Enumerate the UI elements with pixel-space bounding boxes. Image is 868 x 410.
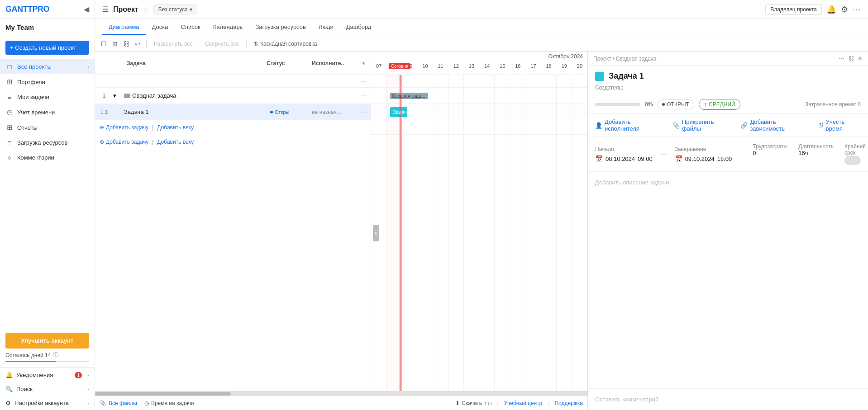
sidebar-item-time-tracking[interactable]: ◷ Учет времени — [0, 104, 95, 120]
add-task-row[interactable]: ⊕ Добавить задачу | Добавить веху — [95, 120, 371, 135]
task-name: Задача 1 — [122, 108, 262, 115]
start-time-value: 09:00 — [638, 156, 653, 162]
labor-value: 0 — [753, 150, 787, 156]
dots-icon[interactable]: ⋯ — [361, 78, 366, 85]
tab-people[interactable]: Люди — [312, 20, 340, 35]
days-left-text: Осталось дней 14 — [5, 352, 51, 358]
table-row[interactable]: 1.1 Задача 1 Откры — [95, 104, 371, 120]
add-dependency-button[interactable]: 🔗 Добавить зависимость — [740, 118, 808, 132]
separator: | — [497, 400, 498, 406]
end-date-field[interactable]: 📅 09.10.2024 18:00 — [675, 155, 732, 162]
tab-resource-load[interactable]: Загрузка ресурсов — [249, 20, 312, 35]
add-assignee-button[interactable]: 👤 Добавить исполнителя — [595, 118, 663, 132]
end-time-value: 18:00 — [717, 156, 732, 162]
deadline-toggle[interactable] — [844, 156, 861, 165]
gantt-bar-summary[interactable]: Сводная задача • 08.10.2024 – 09.10.2024 — [390, 93, 428, 99]
scroll-thumb[interactable] — [95, 392, 231, 396]
start-date-field[interactable]: 📅 08.10.2024 09:00 — [595, 155, 653, 162]
share-icon: ↑ — [484, 400, 486, 406]
gantt-bar-task[interactable]: Задача 1 — [390, 107, 407, 117]
sidebar-item-comments[interactable]: ○ Комментарии — [0, 150, 95, 165]
create-project-button[interactable]: + Создать новый проект — [5, 41, 89, 55]
collapse-all-button[interactable]: Свернуть все — [202, 40, 242, 48]
sidebar-nav: □ Все проекты › ⊞ Портфели ≡ Мои задачи … — [0, 59, 95, 327]
tab-diagram[interactable]: Диаграмма — [102, 20, 146, 35]
status-badge-open[interactable]: ОТКРЫТ — [657, 99, 694, 109]
sidebar-item-resource-load[interactable]: ≡ Загрузка ресурсов — [0, 135, 95, 150]
table-icon[interactable]: ⊞ — [111, 39, 119, 49]
owner-button[interactable]: Владелец проекта — [765, 4, 822, 15]
description-area[interactable]: Добавить описание задачи — [588, 172, 868, 388]
attach-files-button[interactable]: 📎 Прикрепить файлы — [672, 118, 732, 132]
more-options-icon[interactable]: ⋯ — [839, 55, 844, 62]
bottom-tab-time-on-tasks[interactable]: ◷ Время на задачи — [144, 400, 194, 406]
upgrade-button[interactable]: Улучшить аккаунт — [5, 333, 89, 349]
chart-col-19 — [557, 75, 572, 391]
chart-col-10 — [417, 75, 433, 391]
chart-day-08: 08 — [386, 63, 402, 69]
creator-row: Создатель: — [588, 85, 868, 95]
status-badge[interactable]: Без статуса ▾ — [153, 5, 197, 14]
col-status-header: Статус — [262, 60, 307, 66]
collapse-sidebar-icon[interactable]: ◀ — [84, 5, 89, 14]
chart-day-15: 15 — [495, 63, 510, 69]
more-options-icon[interactable]: ⋯ — [853, 5, 861, 14]
deadline-group: Крайний срок — [844, 143, 866, 165]
tab-board[interactable]: Доска — [146, 20, 175, 35]
priority-badge[interactable]: ↑ СРЕДНИЙ — [699, 99, 740, 110]
sidebar-item-my-tasks[interactable]: ≡ Мои задачи — [0, 90, 95, 104]
add-column-button[interactable]: + — [357, 60, 371, 66]
learning-center-link[interactable]: Учебный центр — [504, 400, 542, 406]
time-on-tasks-label: Время на задачи — [151, 400, 194, 406]
chart-col-20 — [572, 75, 587, 391]
chart-day-13: 13 — [464, 63, 479, 69]
sidebar-item-account-settings[interactable]: ⚙ Настройки аккаунта › — [0, 396, 95, 410]
sidebar-item-all-projects[interactable]: □ Все проекты › — [0, 59, 95, 74]
sidebar-item-notifications[interactable]: 🔔 Уведомления 1 › — [0, 368, 95, 382]
support-link[interactable]: Поддержка — [554, 400, 583, 406]
track-time-button[interactable]: ⏱ Учесть время — [818, 118, 861, 132]
comment-area[interactable]: Оставить комментарий — [588, 388, 868, 410]
tab-list[interactable]: Список — [175, 20, 207, 35]
sidebar-item-reports[interactable]: ⊞ Отчеты — [0, 120, 95, 135]
content-area: Задача Статус Исполните.. + ⋯ — [95, 52, 868, 410]
link-icon[interactable]: ⛓ — [848, 55, 854, 62]
tab-dashboard[interactable]: Дашборд — [340, 20, 378, 35]
undo-icon[interactable]: ↩ — [134, 39, 142, 49]
horizontal-scrollbar[interactable] — [95, 391, 587, 396]
sidebar-logo: GANTTPRO ◀ — [0, 0, 95, 19]
checkbox-icon[interactable]: ☐ — [100, 39, 108, 49]
chart-col-09 — [402, 75, 417, 391]
logo-text: GANTTPRO — [5, 5, 49, 14]
chart-col-16 — [510, 75, 525, 391]
table-row[interactable]: 1 ▾ Сводная задача ⋯ — [95, 88, 371, 104]
tab-calendar[interactable]: Календарь — [207, 20, 249, 35]
row-dots[interactable]: ⋯ — [357, 92, 371, 99]
download-button[interactable]: ⬇ Скачать ↑ □ — [455, 400, 491, 406]
gear-icon[interactable]: ⚙ — [841, 5, 848, 14]
toolbar-divider-2 — [246, 40, 247, 48]
sidebar-item-portfolios[interactable]: ⊞ Портфели — [0, 74, 95, 90]
chart-col-12 — [448, 75, 464, 391]
expand-icon[interactable]: ▾ — [113, 92, 122, 99]
add-task-row-2[interactable]: ⊕ Добавить задачу | Добавить веху — [95, 135, 371, 149]
all-files-label: Все файлы — [109, 400, 137, 406]
bottom-tab-all-files[interactable]: 📎 Все файлы — [100, 400, 137, 406]
link-icon[interactable]: ⛓ — [122, 39, 131, 49]
row-dots[interactable]: ⋯ — [357, 108, 371, 115]
scroll-handle[interactable]: 0 — [373, 225, 379, 241]
detail-dates: Начало 📅 08.10.2024 09:00 — Завершение — [588, 137, 868, 172]
star-icon[interactable]: ☆ — [143, 6, 149, 13]
info-icon: ⓘ — [53, 351, 58, 359]
days-left: Осталось дней 14 ⓘ — [5, 351, 89, 359]
sidebar-item-search[interactable]: 🔍 Поиск › — [0, 382, 95, 396]
expand-all-button[interactable]: Развернуть все — [151, 40, 196, 48]
notification-icon[interactable]: 🔔 — [826, 5, 836, 14]
close-icon[interactable]: ✕ — [858, 55, 863, 62]
sidebar-item-label: Портфели — [17, 79, 89, 85]
row-number: 1 — [95, 93, 113, 99]
today-line — [400, 75, 401, 391]
cascade-sort-button[interactable]: ⇅ Каскадная сортировка — [251, 40, 320, 48]
sidebar-bottom: 🔔 Уведомления 1 › 🔍 Поиск › ⚙ Настройки … — [0, 368, 95, 410]
row-status: Откры — [262, 108, 307, 116]
